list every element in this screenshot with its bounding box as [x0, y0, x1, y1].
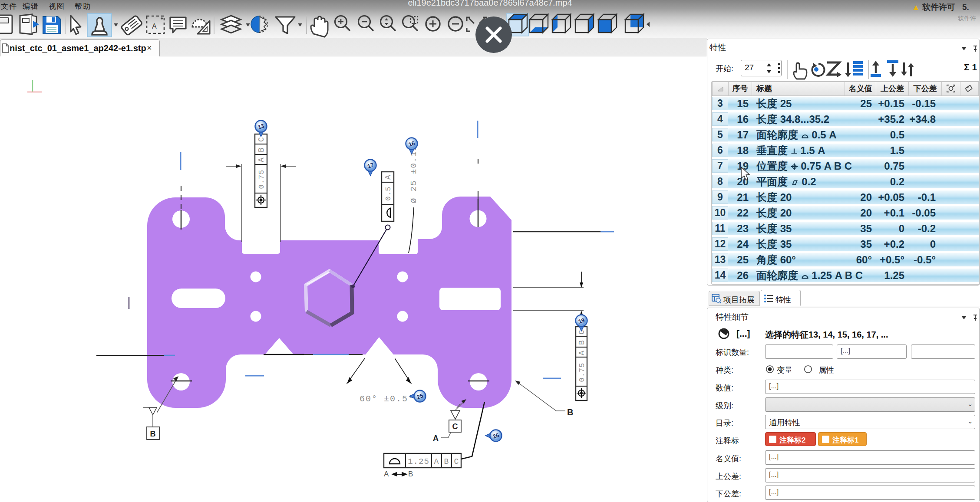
svg-text:A: A [384, 470, 389, 478]
svg-text:B: B [567, 407, 573, 417]
svg-text:B: B [408, 470, 413, 478]
svg-text:C: C [257, 137, 266, 142]
svg-text:C: C [454, 457, 459, 466]
svg-text:A: A [384, 174, 393, 180]
svg-text:Ø 25 ±0.15: Ø 25 ±0.15 [409, 145, 419, 203]
svg-text:0.5: 0.5 [384, 186, 393, 201]
svg-text:B: B [150, 430, 156, 438]
svg-text:A: A [257, 157, 266, 162]
svg-text:B: B [257, 147, 266, 152]
svg-text:A: A [152, 23, 157, 30]
svg-text:A: A [434, 457, 439, 466]
svg-text:A: A [433, 434, 439, 443]
svg-text:1.25: 1.25 [408, 457, 429, 466]
svg-text:B: B [444, 457, 449, 466]
svg-text:0.75: 0.75 [578, 363, 586, 382]
svg-text:60° ±0.5°: 60° ±0.5° [360, 394, 414, 404]
svg-text:0.75: 0.75 [257, 170, 266, 189]
svg-text:B: B [577, 340, 586, 345]
svg-text:C: C [452, 422, 458, 431]
svg-text:A: A [577, 350, 586, 355]
